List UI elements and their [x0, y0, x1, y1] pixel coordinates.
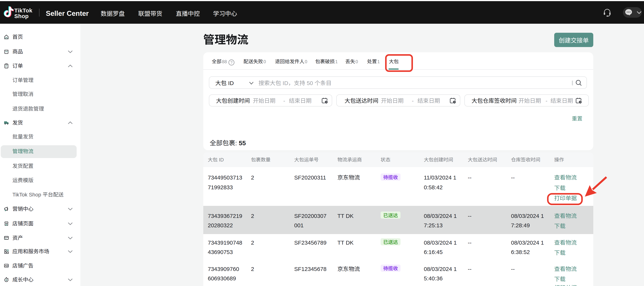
svg-text:AD: AD [5, 264, 8, 267]
svg-text:?: ? [230, 60, 232, 64]
